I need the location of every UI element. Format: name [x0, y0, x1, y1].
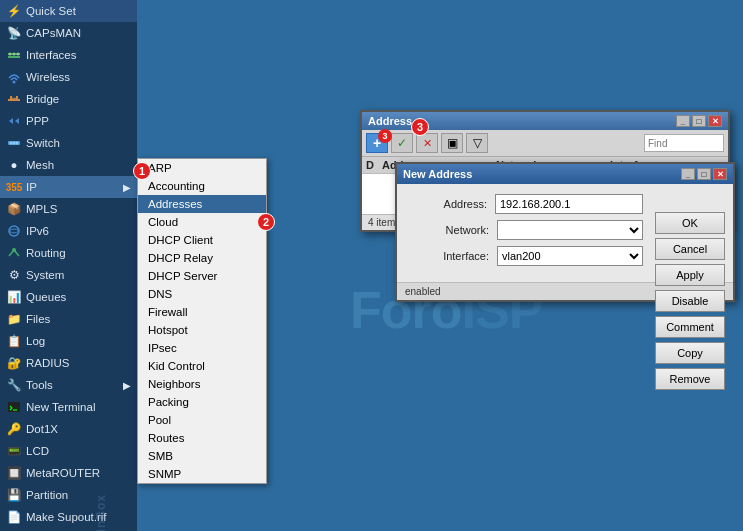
- radius-icon: 🔐: [6, 355, 22, 371]
- sidebar-item-routing[interactable]: Routing: [0, 242, 137, 264]
- system-icon: ⚙: [6, 267, 22, 283]
- new-addr-titlebar: New Address _ □ ✕: [397, 164, 733, 184]
- sidebar-label: Log: [26, 335, 131, 347]
- sidebar-label: MetaROUTER: [26, 467, 131, 479]
- copy-button[interactable]: Copy: [655, 342, 725, 364]
- sidebar-item-capsman[interactable]: 📡 CAPsMAN: [0, 22, 137, 44]
- disable-button[interactable]: Disable: [655, 290, 725, 312]
- col-d: D: [366, 159, 382, 171]
- addr-list-delete-btn[interactable]: ✕: [416, 133, 438, 153]
- sidebar-label: PPP: [26, 115, 131, 127]
- sidebar-item-bridge[interactable]: Bridge: [0, 88, 137, 110]
- svg-point-5: [13, 81, 16, 84]
- submenu-pool[interactable]: Pool: [138, 411, 266, 429]
- submenu-accounting[interactable]: Accounting: [138, 177, 266, 195]
- new-addr-minimize-btn[interactable]: _: [681, 168, 695, 180]
- submenu-dhcp-server[interactable]: DHCP Server: [138, 267, 266, 285]
- interface-select[interactable]: vlan200: [497, 246, 643, 266]
- new-addr-title: New Address: [403, 168, 472, 180]
- remove-button[interactable]: Remove: [655, 368, 725, 390]
- comment-button[interactable]: Comment: [655, 316, 725, 338]
- svg-point-14: [12, 248, 16, 252]
- addr-list-copy-btn[interactable]: ▣: [441, 133, 463, 153]
- new-addr-close-btn[interactable]: ✕: [713, 168, 727, 180]
- sidebar-item-ip[interactable]: 355 IP ▶: [0, 176, 137, 198]
- sidebar-item-dot1x[interactable]: 🔑 Dot1X: [0, 418, 137, 440]
- tools-icon: 🔧: [6, 377, 22, 393]
- sidebar-label: CAPsMAN: [26, 27, 131, 39]
- submenu-dhcp-client[interactable]: DHCP Client: [138, 231, 266, 249]
- new-addr-body-container: Address: Network: Interface: vlan200 OK …: [397, 184, 733, 282]
- ok-button[interactable]: OK: [655, 212, 725, 234]
- sidebar-item-log[interactable]: 📋 Log: [0, 330, 137, 352]
- sidebar-item-make-supout[interactable]: 📄 Make Supout.rif: [0, 506, 137, 528]
- sidebar-item-mpls[interactable]: 📦 MPLS: [0, 198, 137, 220]
- addr-list-minimize-btn[interactable]: _: [676, 115, 690, 127]
- mesh-icon: ●: [6, 157, 22, 173]
- submenu-ipsec[interactable]: IPsec: [138, 339, 266, 357]
- sidebar-item-quick-set[interactable]: ⚡ Quick Set: [0, 0, 137, 22]
- addr-list-maximize-btn[interactable]: □: [692, 115, 706, 127]
- files-icon: 📁: [6, 311, 22, 327]
- interface-field-row: Interface: vlan200: [409, 246, 643, 266]
- submenu-cloud[interactable]: Cloud: [138, 213, 266, 231]
- cancel-button[interactable]: Cancel: [655, 238, 725, 260]
- sidebar-label: Bridge: [26, 93, 131, 105]
- sidebar-item-metarouter[interactable]: 🔲 MetaROUTER: [0, 462, 137, 484]
- address-input[interactable]: [495, 194, 643, 214]
- address-field-row: Address:: [409, 194, 643, 214]
- apply-button[interactable]: Apply: [655, 264, 725, 286]
- submenu-smb[interactable]: SMB: [138, 447, 266, 465]
- network-select[interactable]: [497, 220, 643, 240]
- ipv6-icon: [6, 223, 22, 239]
- addr-list-close-btn[interactable]: ✕: [708, 115, 722, 127]
- submenu-firewall[interactable]: Firewall: [138, 303, 266, 321]
- submenu-hotspot[interactable]: Hotspot: [138, 321, 266, 339]
- terminal-icon: [6, 399, 22, 415]
- switch-icon: [6, 135, 22, 151]
- sidebar-item-wireless[interactable]: Wireless: [0, 66, 137, 88]
- submenu-snmp[interactable]: SNMP: [138, 465, 266, 483]
- sidebar-item-tools[interactable]: 🔧 Tools ▶: [0, 374, 137, 396]
- mpls-icon: 📦: [6, 201, 22, 217]
- sidebar-item-switch[interactable]: Switch: [0, 132, 137, 154]
- submenu-arp[interactable]: ARP: [138, 159, 266, 177]
- submenu-packing[interactable]: Packing: [138, 393, 266, 411]
- submenu-dhcp-relay[interactable]: DHCP Relay: [138, 249, 266, 267]
- sidebar-item-radius[interactable]: 🔐 RADIUS: [0, 352, 137, 374]
- sidebar-item-ipv6[interactable]: IPv6: [0, 220, 137, 242]
- addr-list-add-btn[interactable]: + 3: [366, 133, 388, 153]
- annotation-badge-2: 2: [257, 213, 275, 231]
- sidebar-item-partition[interactable]: 💾 Partition: [0, 484, 137, 506]
- sidebar-label: Dot1X: [26, 423, 131, 435]
- sidebar-item-new-terminal[interactable]: New Terminal: [0, 396, 137, 418]
- sidebar-item-lcd[interactable]: 📟 LCD: [0, 440, 137, 462]
- addr-list-filter-btn[interactable]: ▽: [466, 133, 488, 153]
- tools-arrow-icon: ▶: [123, 380, 131, 391]
- sidebar-item-files[interactable]: 📁 Files: [0, 308, 137, 330]
- sidebar-item-ppp[interactable]: PPP: [0, 110, 137, 132]
- wireless-icon: [6, 69, 22, 85]
- sidebar-item-mesh[interactable]: ● Mesh: [0, 154, 137, 176]
- sidebar-label: New Terminal: [26, 401, 131, 413]
- addr-list-search-input[interactable]: [644, 134, 724, 152]
- addr-list-controls: _ □ ✕: [676, 115, 722, 127]
- submenu-dns[interactable]: DNS: [138, 285, 266, 303]
- svg-point-11: [13, 142, 16, 145]
- submenu-neighbors[interactable]: Neighbors: [138, 375, 266, 393]
- submenu-addresses[interactable]: Addresses: [138, 195, 266, 213]
- sidebar-item-interfaces[interactable]: Interfaces: [0, 44, 137, 66]
- dialog-action-buttons: OK Cancel Apply Disable Comment Copy Rem…: [655, 212, 725, 390]
- filter-icon: ▽: [473, 136, 482, 150]
- new-addr-maximize-btn[interactable]: □: [697, 168, 711, 180]
- delete-icon: ✕: [423, 137, 432, 150]
- sidebar-item-queues[interactable]: 📊 Queues: [0, 286, 137, 308]
- supout-icon: 📄: [6, 509, 22, 525]
- sidebar-label: IP: [26, 181, 123, 193]
- submenu-routes[interactable]: Routes: [138, 429, 266, 447]
- submenu-kid-control[interactable]: Kid Control: [138, 357, 266, 375]
- addr-list-check-btn[interactable]: ✓: [391, 133, 413, 153]
- queues-icon: 📊: [6, 289, 22, 305]
- svg-point-3: [13, 53, 16, 56]
- sidebar-item-system[interactable]: ⚙ System: [0, 264, 137, 286]
